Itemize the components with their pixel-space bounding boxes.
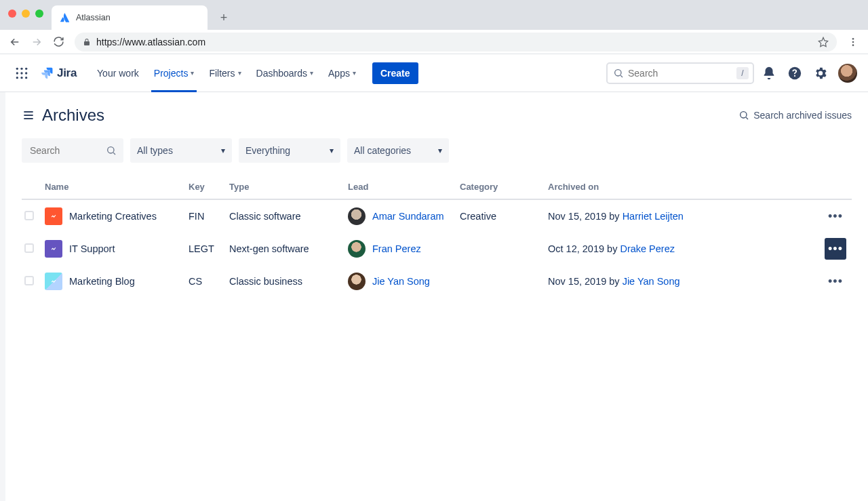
project-icon (45, 207, 62, 225)
project-icon (45, 240, 62, 258)
jira-logo-text: Jira (57, 66, 77, 80)
svg-point-4 (20, 67, 22, 69)
nav-item-your-work[interactable]: Your work (92, 54, 144, 92)
filter-category-label: All categories (354, 145, 411, 156)
row-checkbox[interactable] (24, 243, 34, 253)
chevron-down-icon: ▾ (221, 146, 225, 155)
app-switcher-button[interactable] (11, 62, 33, 84)
svg-point-0 (852, 38, 854, 40)
nav-item-projects[interactable]: Projects▾ (149, 54, 200, 92)
nav-item-dashboards[interactable]: Dashboards▾ (251, 54, 319, 92)
column-header-key[interactable]: Key (183, 178, 224, 199)
browser-forward-button[interactable] (28, 34, 45, 50)
svg-point-10 (20, 77, 22, 79)
project-name: Marketing Blog (69, 276, 135, 287)
chevron-down-icon: ▾ (310, 69, 313, 77)
column-header-name[interactable]: Name (39, 178, 183, 199)
browser-tab[interactable]: Atlassian (52, 5, 208, 30)
archiver-link[interactable]: Harriet Leijten (623, 211, 684, 222)
chevron-down-icon: ▾ (191, 69, 194, 77)
projects-search[interactable] (22, 138, 123, 163)
svg-point-8 (25, 72, 27, 74)
help-button[interactable] (784, 62, 806, 84)
table-row: Marketing Blog CS Classic business Jie Y… (22, 265, 852, 298)
svg-point-14 (741, 112, 747, 118)
page-header: Archives Search archived issues (22, 106, 852, 125)
profile-avatar-button[interactable] (838, 64, 857, 83)
row-actions-button[interactable]: ••• (825, 270, 846, 292)
column-header-lead[interactable]: Lead (342, 178, 454, 199)
svg-point-15 (108, 147, 114, 153)
nav-item-label: Filters (209, 68, 235, 79)
lock-icon (83, 38, 91, 46)
row-checkbox[interactable] (24, 211, 34, 220)
nav-item-label: Apps (328, 68, 350, 79)
lead-link[interactable]: Fran Perez (372, 243, 421, 254)
svg-point-1 (852, 41, 854, 43)
project-category: Creative (460, 211, 496, 222)
nav-item-label: Dashboards (256, 68, 308, 79)
by-label: by (609, 211, 622, 222)
bookmark-star-icon[interactable] (818, 37, 829, 47)
svg-point-5 (25, 67, 27, 69)
global-search-input[interactable] (628, 68, 728, 79)
window-close-button[interactable] (8, 9, 16, 18)
browser-url: https://www.atlassian.com (96, 37, 205, 47)
lead-link[interactable]: Amar Sundaram (372, 211, 444, 222)
browser-tab-title: Atlassian (76, 13, 111, 22)
project-key: FIN (189, 211, 204, 222)
filter-type-select[interactable]: All types ▾ (130, 138, 232, 163)
chevron-down-icon: ▾ (438, 146, 442, 155)
archiver-link[interactable]: Drake Perez (620, 243, 675, 254)
chevron-down-icon: ▾ (353, 69, 356, 77)
global-search[interactable]: / (606, 62, 754, 84)
window-maximize-button[interactable] (35, 9, 43, 18)
archiver-link[interactable]: Jie Yan Song (623, 276, 680, 287)
projects-search-input[interactable] (30, 145, 100, 156)
chevron-down-icon: ▾ (330, 146, 334, 155)
project-type: Classic software (229, 211, 301, 222)
archived-date: Nov 15, 2019 (548, 211, 606, 222)
browser-back-button[interactable] (7, 34, 23, 50)
more-icon: ••• (828, 210, 843, 222)
new-tab-button[interactable]: + (214, 8, 233, 27)
nav-item-filters[interactable]: Filters▾ (203, 54, 246, 92)
filter-bar: All types ▾ Everything ▾ All categories … (22, 138, 852, 163)
more-icon: ••• (828, 275, 843, 287)
nav-item-label: Your work (97, 68, 139, 79)
browser-menu-button[interactable] (845, 34, 861, 50)
filter-scope-select[interactable]: Everything ▾ (239, 138, 340, 163)
browser-reload-button[interactable] (50, 34, 66, 50)
filter-category-select[interactable]: All categories ▾ (347, 138, 449, 163)
browser-tab-strip: Atlassian + (0, 0, 868, 30)
row-checkbox[interactable] (24, 276, 34, 285)
row-actions-button[interactable]: ••• (825, 238, 846, 260)
lead-avatar (348, 240, 366, 258)
lead-link[interactable]: Jie Yan Song (372, 276, 430, 287)
jira-logo[interactable]: Jira (37, 66, 79, 81)
search-archived-issues-link[interactable]: Search archived issues (738, 110, 852, 121)
svg-point-7 (20, 72, 22, 74)
jira-top-nav: Jira Your workProjects▾Filters▾Dashboard… (0, 54, 868, 92)
settings-button[interactable] (810, 62, 831, 84)
search-icon (613, 68, 624, 79)
project-name: Marketing Creatives (69, 211, 157, 222)
column-header-archived-on[interactable]: Archived on (542, 178, 819, 199)
lead-avatar (348, 273, 366, 290)
window-minimize-button[interactable] (22, 9, 30, 18)
archives-table: Name Key Type Lead Category Archived on … (22, 178, 852, 298)
notifications-button[interactable] (758, 62, 780, 84)
archived-date: Nov 15, 2019 (548, 276, 606, 287)
atlassian-favicon-icon (60, 12, 71, 23)
row-actions-button[interactable]: ••• (825, 205, 846, 227)
search-shortcut-hint: / (736, 67, 749, 79)
column-header-type[interactable]: Type (224, 178, 342, 199)
sidebar-toggle-button[interactable] (22, 108, 35, 122)
create-button[interactable]: Create (372, 62, 418, 84)
svg-point-11 (25, 77, 27, 79)
table-row: Marketing Creatives FIN Classic software… (22, 199, 852, 233)
column-header-category[interactable]: Category (454, 178, 542, 199)
nav-item-apps[interactable]: Apps▾ (323, 54, 361, 92)
filter-type-label: All types (137, 145, 173, 156)
browser-address-bar[interactable]: https://www.atlassian.com (75, 33, 837, 52)
